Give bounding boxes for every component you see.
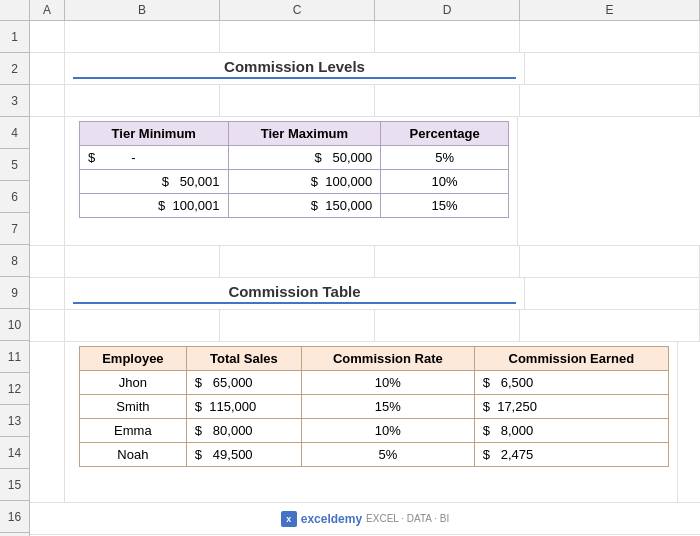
- cell-table-e[interactable]: [517, 117, 700, 245]
- comm-jhon-name[interactable]: Jhon: [80, 371, 187, 395]
- row-num-16: 16: [0, 501, 29, 533]
- comm-header-sales: Total Sales: [186, 347, 301, 371]
- cell-1d[interactable]: [375, 21, 520, 52]
- levels-r2-max[interactable]: $ 100,000: [228, 170, 381, 194]
- comm-smith-sales[interactable]: $ 115,000: [186, 395, 301, 419]
- col-header-b: B: [65, 0, 220, 20]
- comm-noah-rate[interactable]: 5%: [302, 443, 475, 467]
- comm-row-jhon: Jhon $ 65,000 10% $ 6,500: [80, 371, 669, 395]
- levels-header-max: Tier Maximum: [228, 122, 381, 146]
- commission-table-title: Commission Table: [228, 283, 360, 300]
- content-area: Commission Levels: [30, 21, 700, 536]
- levels-r1-pct[interactable]: 5%: [381, 146, 509, 170]
- cell-8d[interactable]: [375, 246, 520, 277]
- comm-noah-earned[interactable]: $ 2,475: [474, 443, 668, 467]
- levels-r3-pct[interactable]: 15%: [381, 194, 509, 218]
- cell-10e[interactable]: [520, 310, 700, 341]
- comm-jhon-rate[interactable]: 10%: [302, 371, 475, 395]
- watermark-container: x exceldemy EXCEL · DATA · BI: [30, 503, 700, 534]
- comm-smith-earned[interactable]: $ 17,250: [474, 395, 668, 419]
- levels-r2-pct[interactable]: 10%: [381, 170, 509, 194]
- levels-row-3: $ 100,001 $ 150,000 15%: [80, 194, 509, 218]
- cell-10b[interactable]: [65, 310, 220, 341]
- cell-2a[interactable]: [30, 53, 65, 84]
- row-2: Commission Levels: [30, 53, 700, 85]
- watermark-logo-icon: x: [281, 511, 297, 527]
- row-num-15: 15: [0, 469, 29, 501]
- commission-levels-title: Commission Levels: [224, 58, 365, 75]
- comm-table-container: Employee Total Sales Commission Rate Com…: [65, 342, 677, 502]
- cell-8b[interactable]: [65, 246, 220, 277]
- comm-emma-rate[interactable]: 10%: [302, 419, 475, 443]
- cell-10c[interactable]: [220, 310, 375, 341]
- cell-3b[interactable]: [65, 85, 220, 116]
- levels-r1-min[interactable]: $ -: [80, 146, 229, 170]
- levels-table-container: Tier Minimum Tier Maximum Percentage $ -…: [65, 117, 517, 245]
- cell-3e[interactable]: [520, 85, 700, 116]
- row-num-10: 10: [0, 309, 29, 341]
- cell-1b[interactable]: [65, 21, 220, 52]
- watermark-subtext: EXCEL · DATA · BI: [366, 513, 449, 524]
- cell-1c[interactable]: [220, 21, 375, 52]
- title-underline: [73, 77, 516, 80]
- levels-row-1: $ - $ 50,000 5%: [80, 146, 509, 170]
- comm-noah-sales[interactable]: $ 49,500: [186, 443, 301, 467]
- cell-3c[interactable]: [220, 85, 375, 116]
- cell-9e[interactable]: [525, 278, 700, 309]
- cell-3a[interactable]: [30, 85, 65, 116]
- row-1: [30, 21, 700, 53]
- row-num-5: 5: [0, 149, 29, 181]
- levels-header-pct: Percentage: [381, 122, 509, 146]
- cell-comm-a[interactable]: [30, 342, 65, 502]
- col-header-c: C: [220, 0, 375, 20]
- cell-2e[interactable]: [525, 53, 700, 84]
- cell-1e[interactable]: [520, 21, 700, 52]
- row-10: [30, 310, 700, 342]
- row-8: [30, 246, 700, 278]
- levels-r2-min[interactable]: $ 50,001: [80, 170, 229, 194]
- comm-emma-earned[interactable]: $ 8,000: [474, 419, 668, 443]
- row-num-12: 12: [0, 373, 29, 405]
- comm-smith-rate[interactable]: 15%: [302, 395, 475, 419]
- comm-smith-name[interactable]: Smith: [80, 395, 187, 419]
- cell-1a[interactable]: [30, 21, 65, 52]
- cell-table-a[interactable]: [30, 117, 65, 245]
- row-num-14: 14: [0, 437, 29, 469]
- row-16: x exceldemy EXCEL · DATA · BI: [30, 503, 700, 535]
- commission-table-underline: [73, 302, 516, 305]
- levels-table-rows: Tier Minimum Tier Maximum Percentage $ -…: [30, 117, 700, 246]
- row-9: Commission Table: [30, 278, 700, 310]
- comm-header-employee: Employee: [80, 347, 187, 371]
- spreadsheet: A B C D E 1 2 3 4 5 6 7 8 9 10 11 12 13 …: [0, 0, 700, 536]
- cell-comm-e[interactable]: [677, 342, 700, 502]
- levels-r1-max[interactable]: $ 50,000: [228, 146, 381, 170]
- comm-noah-name[interactable]: Noah: [80, 443, 187, 467]
- levels-r3-min[interactable]: $ 100,001: [80, 194, 229, 218]
- row-num-6: 6: [0, 181, 29, 213]
- cell-9-title[interactable]: Commission Table: [65, 278, 525, 309]
- cell-10d[interactable]: [375, 310, 520, 341]
- cell-10a[interactable]: [30, 310, 65, 341]
- row-num-7: 7: [0, 213, 29, 245]
- comm-row-emma: Emma $ 80,000 10% $ 8,000: [80, 419, 669, 443]
- row-num-13: 13: [0, 405, 29, 437]
- row-num-1: 1: [0, 21, 29, 53]
- levels-r3-max[interactable]: $ 150,000: [228, 194, 381, 218]
- comm-emma-name[interactable]: Emma: [80, 419, 187, 443]
- corner-header: [0, 0, 30, 20]
- comm-emma-sales[interactable]: $ 80,000: [186, 419, 301, 443]
- col-header-a: A: [30, 0, 65, 20]
- cell-2b-title[interactable]: Commission Levels: [65, 53, 525, 84]
- comm-jhon-earned[interactable]: $ 6,500: [474, 371, 668, 395]
- cell-3d[interactable]: [375, 85, 520, 116]
- comm-header-earned: Commission Earned: [474, 347, 668, 371]
- cell-9a[interactable]: [30, 278, 65, 309]
- row-num-8: 8: [0, 245, 29, 277]
- comm-jhon-sales[interactable]: $ 65,000: [186, 371, 301, 395]
- column-headers: A B C D E: [0, 0, 700, 21]
- cell-8e[interactable]: [520, 246, 700, 277]
- cell-8c[interactable]: [220, 246, 375, 277]
- levels-header-min: Tier Minimum: [80, 122, 229, 146]
- row-num-3: 3: [0, 85, 29, 117]
- cell-8a[interactable]: [30, 246, 65, 277]
